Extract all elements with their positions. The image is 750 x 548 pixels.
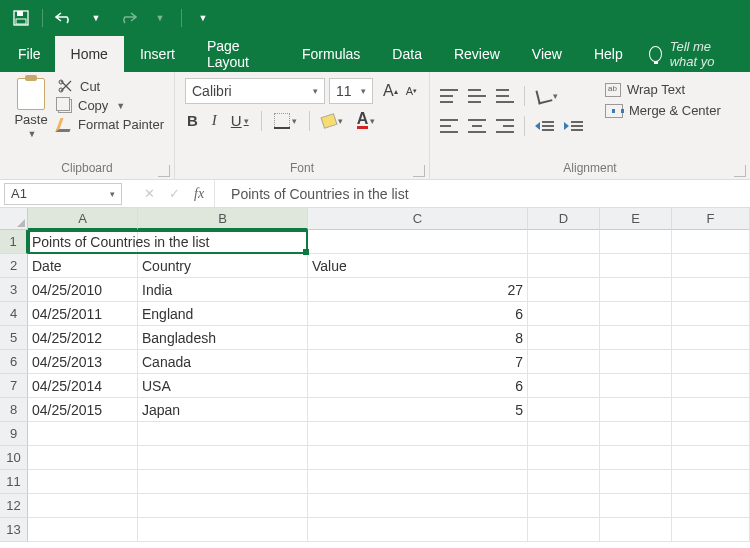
cell[interactable] <box>528 326 600 350</box>
row-header-2[interactable]: 2 <box>0 254 28 278</box>
cell[interactable] <box>528 230 600 254</box>
cell[interactable] <box>600 230 672 254</box>
increase-indent-button[interactable] <box>564 121 583 131</box>
align-right-button[interactable] <box>496 119 514 133</box>
insert-function-button[interactable]: fx <box>194 186 204 202</box>
cell[interactable] <box>672 254 750 278</box>
cell[interactable] <box>528 518 600 542</box>
cell[interactable] <box>600 278 672 302</box>
cell[interactable] <box>528 302 600 326</box>
align-bottom-button[interactable] <box>496 89 514 103</box>
paste-button[interactable]: Paste ▼ <box>10 78 52 159</box>
tab-data[interactable]: Data <box>376 36 438 72</box>
tab-formulas[interactable]: Formulas <box>286 36 376 72</box>
font-size-select[interactable]: 11 ▾ <box>329 78 373 104</box>
col-header-f[interactable]: F <box>672 208 750 230</box>
cell[interactable] <box>28 494 138 518</box>
cell[interactable]: 04/25/2011 <box>28 302 138 326</box>
row-header-4[interactable]: 4 <box>0 302 28 326</box>
copy-button[interactable]: Copy ▼ <box>58 98 164 113</box>
cell[interactable] <box>672 374 750 398</box>
increase-font-button[interactable]: A▴ <box>381 80 400 102</box>
cell[interactable] <box>308 470 528 494</box>
redo-dropdown-icon[interactable]: ▼ <box>147 5 173 31</box>
cell[interactable] <box>308 494 528 518</box>
tell-me-search[interactable]: Tell me what yo <box>639 39 750 69</box>
cut-button[interactable]: Cut <box>58 78 164 94</box>
font-color-button[interactable]: A▾ <box>355 110 378 131</box>
cell[interactable] <box>28 518 138 542</box>
cell[interactable] <box>138 422 308 446</box>
name-box[interactable]: A1 ▾ <box>4 183 122 205</box>
cell[interactable]: 04/25/2013 <box>28 350 138 374</box>
tab-help[interactable]: Help <box>578 36 639 72</box>
dialog-launcher-icon[interactable] <box>158 165 170 177</box>
row-header-7[interactable]: 7 <box>0 374 28 398</box>
align-left-button[interactable] <box>440 119 458 133</box>
select-all-corner[interactable] <box>0 208 28 230</box>
col-header-d[interactable]: D <box>528 208 600 230</box>
cell[interactable] <box>528 374 600 398</box>
font-name-select[interactable]: Calibri ▾ <box>185 78 325 104</box>
cell[interactable]: 5 <box>308 398 528 422</box>
cell[interactable] <box>600 470 672 494</box>
cell[interactable]: Bangladesh <box>138 326 308 350</box>
cell[interactable]: 04/25/2015 <box>28 398 138 422</box>
col-header-e[interactable]: E <box>600 208 672 230</box>
cell[interactable] <box>600 326 672 350</box>
formula-input[interactable] <box>229 185 750 203</box>
cell[interactable] <box>600 302 672 326</box>
row-header-9[interactable]: 9 <box>0 422 28 446</box>
cell[interactable] <box>600 398 672 422</box>
cell[interactable]: Value <box>308 254 528 278</box>
undo-dropdown-icon[interactable]: ▼ <box>83 5 109 31</box>
cell[interactable] <box>528 422 600 446</box>
cell[interactable] <box>28 470 138 494</box>
cell[interactable]: Country <box>138 254 308 278</box>
cell[interactable] <box>600 350 672 374</box>
cell[interactable] <box>308 422 528 446</box>
file-tab[interactable]: File <box>4 36 55 72</box>
cell[interactable]: USA <box>138 374 308 398</box>
cancel-icon[interactable]: ✕ <box>144 186 155 201</box>
row-header-3[interactable]: 3 <box>0 278 28 302</box>
col-header-b[interactable]: B <box>138 208 308 230</box>
wrap-text-button[interactable]: Wrap Text <box>605 82 721 97</box>
cell[interactable] <box>600 374 672 398</box>
cell[interactable]: 04/25/2010 <box>28 278 138 302</box>
cell[interactable]: 27 <box>308 278 528 302</box>
cell[interactable] <box>600 518 672 542</box>
cell[interactable] <box>138 446 308 470</box>
cell[interactable] <box>672 494 750 518</box>
align-center-button[interactable] <box>468 119 486 133</box>
cell[interactable] <box>138 518 308 542</box>
tab-insert[interactable]: Insert <box>124 36 191 72</box>
tab-page-layout[interactable]: Page Layout <box>191 36 286 72</box>
cell[interactable]: Canada <box>138 350 308 374</box>
row-header-1[interactable]: 1 <box>0 230 28 254</box>
row-header-13[interactable]: 13 <box>0 518 28 542</box>
cell[interactable] <box>308 446 528 470</box>
cell[interactable]: 6 <box>308 302 528 326</box>
row-header-12[interactable]: 12 <box>0 494 28 518</box>
cell[interactable] <box>308 230 528 254</box>
cell[interactable] <box>600 494 672 518</box>
merge-center-button[interactable]: Merge & Center <box>605 103 721 118</box>
undo-icon[interactable] <box>51 5 77 31</box>
col-header-a[interactable]: A <box>28 208 138 230</box>
cell[interactable] <box>138 470 308 494</box>
underline-button[interactable]: U▾ <box>229 110 251 131</box>
cell[interactable] <box>600 446 672 470</box>
cell[interactable] <box>28 422 138 446</box>
customize-qat-icon[interactable]: ▼ <box>190 5 216 31</box>
fill-color-button[interactable]: ▾ <box>320 113 345 129</box>
tab-review[interactable]: Review <box>438 36 516 72</box>
cell[interactable] <box>528 446 600 470</box>
cell[interactable] <box>672 422 750 446</box>
cell[interactable] <box>672 446 750 470</box>
cell[interactable] <box>528 398 600 422</box>
cell[interactable] <box>528 278 600 302</box>
cell[interactable] <box>600 254 672 278</box>
cell[interactable]: 7 <box>308 350 528 374</box>
cell[interactable]: 04/25/2014 <box>28 374 138 398</box>
